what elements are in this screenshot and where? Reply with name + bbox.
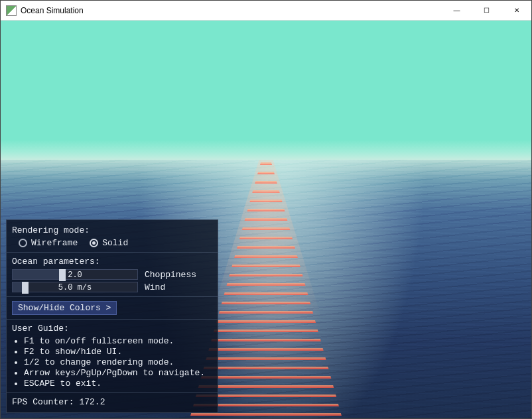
wind-label: Wind: [145, 282, 165, 292]
choppiness-row: 2.0 Choppiness: [12, 269, 212, 280]
choppiness-slider[interactable]: 2.0: [12, 269, 138, 280]
divider: [7, 319, 218, 320]
toggle-colors-button[interactable]: Show/Hide Colors >: [12, 301, 117, 315]
app-window: Ocean Simulation — ☐ ✕ Rendering mode: W…: [0, 0, 532, 419]
radio-icon: [19, 239, 27, 247]
close-button[interactable]: ✕: [501, 1, 531, 20]
list-item: F1 to on/off fullscreen mode.: [24, 336, 212, 346]
viewport[interactable]: Rendering mode: Wireframe Solid Ocean pa…: [1, 21, 531, 418]
divider: [7, 252, 218, 253]
wind-slider[interactable]: 5.0 m/s: [12, 282, 138, 292]
fps-value: 172.2: [79, 397, 105, 407]
rendering-wireframe-radio[interactable]: Wireframe: [19, 238, 78, 248]
window-controls: — ☐ ✕: [442, 1, 531, 20]
rendering-mode-group: Wireframe Solid: [19, 238, 212, 248]
user-guide-list: F1 to on/off fullscreen mode. F2 to show…: [15, 336, 212, 389]
ocean-params-label: Ocean parameters:: [12, 257, 212, 267]
radio-label: Wireframe: [31, 238, 78, 248]
user-guide-label: User Guide:: [12, 324, 212, 333]
choppiness-label: Choppiness: [145, 270, 196, 280]
radio-label: Solid: [102, 238, 128, 248]
list-item: 1/2 to change rendering mode.: [24, 357, 212, 367]
app-icon: [6, 5, 17, 16]
divider: [7, 296, 218, 297]
rendering-solid-radio[interactable]: Solid: [90, 238, 128, 248]
radio-icon: [90, 239, 98, 247]
rendering-mode-label: Rendering mode:: [12, 225, 212, 235]
choppiness-value: 2.0: [13, 270, 137, 279]
list-item: ESCAPE to exit.: [24, 379, 212, 389]
minimize-button[interactable]: —: [442, 1, 472, 20]
wind-row: 5.0 m/s Wind: [12, 282, 212, 292]
window-title: Ocean Simulation: [21, 6, 84, 15]
titlebar[interactable]: Ocean Simulation — ☐ ✕: [1, 1, 531, 21]
divider: [7, 392, 218, 393]
user-guide: User Guide: F1 to on/off fullscreen mode…: [12, 324, 212, 389]
list-item: F2 to show/hide UI.: [24, 347, 212, 357]
wind-value: 5.0 m/s: [13, 282, 137, 292]
list-item: Arrow keys/PgUp/PgDown to navigate.: [24, 368, 212, 378]
settings-panel: Rendering mode: Wireframe Solid Ocean pa…: [6, 219, 218, 413]
maximize-button[interactable]: ☐: [472, 1, 501, 20]
fps-counter: FPS Counter: 172.2: [12, 397, 212, 407]
fps-label: FPS Counter:: [12, 397, 79, 407]
